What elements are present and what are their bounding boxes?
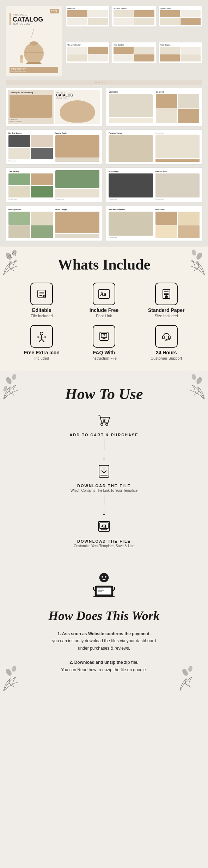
how-work-step-1: 1. Ass soon as Website confirms the paym… xyxy=(19,630,189,652)
spread-tree-garden: Tree Garden Product Name Product Name xyxy=(6,167,102,203)
arrow-1: ↓ xyxy=(11,453,197,462)
how-work-heading: How Does This Work xyxy=(11,608,197,623)
editable-icon xyxy=(30,283,53,305)
person-laptop-icon xyxy=(11,571,197,605)
svg-point-9 xyxy=(5,252,12,260)
cover-tag: 2027 xyxy=(50,9,59,13)
cover-title: CATALOG xyxy=(13,16,58,23)
faq-sub: Instruction File xyxy=(91,356,117,360)
how-step-1-title: ADD TO CART & PURCHASE xyxy=(69,433,138,437)
svg-point-2 xyxy=(30,41,38,46)
svg-point-64 xyxy=(188,666,193,672)
svg-rect-43 xyxy=(163,336,164,339)
svg-text:Aa: Aa xyxy=(100,291,106,297)
watermark: envato xyxy=(6,80,202,85)
font-icon: Aa xyxy=(93,283,115,305)
extra-icon-title: Free Extra Icon xyxy=(24,350,60,355)
editable-sub: File Included xyxy=(31,314,53,318)
svg-point-34 xyxy=(44,336,46,338)
svg-point-10 xyxy=(12,249,17,256)
svg-point-63 xyxy=(182,668,189,676)
svg-point-1 xyxy=(24,43,44,64)
svg-point-65 xyxy=(100,573,108,582)
svg-point-36 xyxy=(43,341,44,342)
whats-include-section: Whats Include Editable File Included xyxy=(0,247,208,371)
arrow-2: ↓ xyxy=(11,508,197,517)
how-step-1: ADD TO CART & PURCHASE xyxy=(11,414,197,437)
include-grid: Editable File Included Aa Include Free F… xyxy=(12,283,196,360)
thumb-spread-wow-factor: The wow Factor xyxy=(66,42,110,63)
how-step-3-desc: Customize Your Template, Save & Use xyxy=(74,544,134,548)
font-title: Include Free xyxy=(90,307,118,313)
svg-rect-58 xyxy=(100,523,108,529)
cover-title-block: PRODUCT CATALOG TEMPLATE 2027 xyxy=(10,13,58,25)
spread-welcome-content: Welcome Content xyxy=(106,88,202,126)
support-title: 24 Hours xyxy=(156,350,177,355)
spread-wow-factor: The wow Factor Product Name xyxy=(106,129,202,165)
svg-point-14 xyxy=(191,249,196,256)
how-step-2: DOWNLOAD THE FILE Which Contains The Lin… xyxy=(11,465,197,492)
svg-point-52 xyxy=(106,423,108,425)
svg-line-59 xyxy=(105,526,106,528)
how-work-section: How Does This Work 1. Ass soon as Websit… xyxy=(0,561,208,695)
paper-sub: Size Included xyxy=(155,314,178,318)
cover-subtitle: TEMPLATE 2027 xyxy=(13,23,58,25)
include-item-font: Aa Include Free Font Link xyxy=(75,283,134,318)
how-step-3: DOWNLOAD THE FILE Customize Your Templat… xyxy=(11,520,197,548)
cover-bottom-bar: INDOOR PRINT somefontware.com xyxy=(10,67,58,73)
svg-point-33 xyxy=(37,336,39,338)
thumb-spread-hot-season: Hot The Season xyxy=(112,6,156,27)
floral-top-right xyxy=(178,248,206,277)
svg-rect-69 xyxy=(96,587,112,595)
vase-illustration xyxy=(18,29,50,64)
svg-point-67 xyxy=(105,576,106,578)
svg-point-8 xyxy=(15,260,17,262)
catalog-row-5: Inviting Homes Urban Design Pure Awesome… xyxy=(6,206,202,241)
spread-pure-new-arrival: Pure Awesomeness Product Name New Arriva… xyxy=(106,206,202,241)
svg-point-62 xyxy=(12,666,17,672)
step-divider-2 xyxy=(104,495,104,505)
svg-point-6 xyxy=(20,55,23,59)
svg-point-11 xyxy=(196,261,199,264)
include-item-extra-icon: Free Extra Icon Included xyxy=(12,325,71,360)
include-item-support: 24 Hours Customer Support xyxy=(137,325,196,360)
customize-icon xyxy=(97,520,111,536)
thumb-spread-plain-design: Plain Design xyxy=(158,42,202,63)
support-sub: Customer Support xyxy=(151,356,182,360)
thumb-spread-welcome: Welcome xyxy=(66,6,110,27)
how-step-3-title: DOWNLOAD THE FILE xyxy=(77,539,131,543)
step-divider-1 xyxy=(104,439,104,450)
svg-point-35 xyxy=(39,341,40,342)
how-to-use-heading: How To Use xyxy=(11,385,197,403)
svg-point-51 xyxy=(101,423,103,425)
font-sub: Font Link xyxy=(96,314,112,318)
extra-icon-sub: Included xyxy=(35,356,49,360)
support-icon xyxy=(155,325,178,348)
svg-point-12 xyxy=(191,260,193,262)
floral-work-bl xyxy=(2,665,30,693)
include-item-editable: Editable File Included xyxy=(12,283,71,318)
include-item-paper: Standerd Paper Size Included xyxy=(137,283,196,318)
how-step-2-title: DOWNLOAD THE FILE xyxy=(77,484,131,488)
spread-green-cooking: Green Light Product Name Cooking Tools P… xyxy=(106,167,202,203)
floral-work-br xyxy=(178,665,206,693)
how-to-use-section: How To Use ADD TO CART & PURCHASE ↓ xyxy=(0,371,208,561)
faq-icon xyxy=(93,325,115,348)
catalog-cover: 2027 PRODUCT CATALOG TEMPLATE 2027 xyxy=(6,6,62,76)
svg-point-45 xyxy=(166,339,167,341)
catalog-thumb-grid: Welcome Hot The Season Special D xyxy=(66,6,202,76)
catalog-preview-section: 2027 PRODUCT CATALOG TEMPLATE 2027 xyxy=(0,0,208,247)
svg-point-47 xyxy=(12,374,17,380)
svg-point-39 xyxy=(104,336,104,337)
whats-include-heading: Whats Include xyxy=(7,257,201,272)
floral-top-left xyxy=(2,248,30,277)
catalog-row-3: Hot The Season Product Name Special Deal… xyxy=(6,129,202,165)
svg-point-28 xyxy=(40,332,43,335)
catalog-row-2-wrapper: Thank you for Ordering Contact Us INDOOR… xyxy=(6,88,202,126)
paper-title: Standerd Paper xyxy=(148,307,184,313)
extra-icon-box xyxy=(30,325,53,348)
download-icon-1 xyxy=(97,465,111,481)
thumb-spread-special-deals: Special Deals xyxy=(158,6,202,27)
svg-point-61 xyxy=(5,668,12,676)
spread-thankyou: Thank you for Ordering Contact Us INDOOR… xyxy=(6,88,102,126)
